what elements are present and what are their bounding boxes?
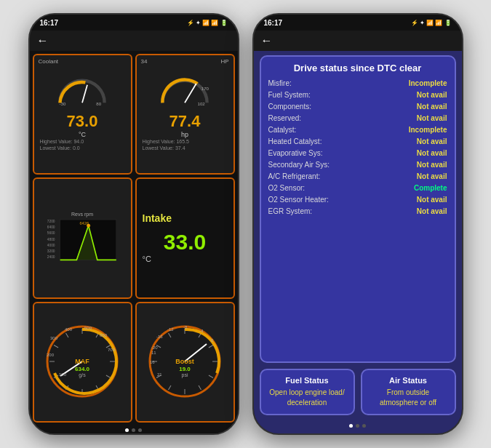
right-phone: 16:17 ⚡ ✦ 📶 📶 🔋 ← Drive status since DTC… <box>252 13 463 435</box>
air-status-title: Air Status <box>368 376 449 385</box>
hp-range-low: 34 <box>141 58 148 65</box>
svg-text:-12: -12 <box>167 327 174 332</box>
dtc-status-rows: Misfire: Incomplete Fuel System: Not ava… <box>268 78 447 217</box>
coolant-unit: °C <box>79 131 86 138</box>
right-page-dots <box>260 421 456 429</box>
right-status-icons: ⚡ ✦ 📶 📶 🔋 <box>411 20 452 26</box>
dtc-row-evaporative: Evaporative Sys: Not avail <box>268 148 447 159</box>
hp-highest: Highest Value: 165.5 <box>140 138 189 145</box>
fuel-status-button[interactable]: Fuel Status Open loop engine load/ decel… <box>260 369 355 415</box>
svg-text:700: 700 <box>108 348 116 352</box>
svg-text:300: 300 <box>50 336 58 340</box>
hp-lowest: Lowest Value: 37.4 <box>140 145 185 151</box>
maf-value: 634.0 <box>74 366 89 372</box>
dtc-bottom-buttons: Fuel Status Open loop engine load/ decel… <box>260 369 456 415</box>
dtc-row-o2-sensor-heater: O2 Sensor Heater: Not avail <box>268 194 447 206</box>
svg-text:11: 11 <box>151 351 156 355</box>
hp-value: 77.4 <box>169 112 201 131</box>
left-status-bar: 16:17 ⚡ ✦ 📶 📶 🔋 <box>30 15 238 31</box>
boost-unit: psi <box>181 372 188 378</box>
maf-unit: g/s <box>79 372 86 378</box>
right-back-arrow-icon[interactable]: ← <box>261 34 273 47</box>
left-nav-bar: ← <box>30 31 238 51</box>
right-screen: Drive status since DTC clear Misfire: In… <box>254 51 462 433</box>
hp-label: HP <box>220 58 228 65</box>
boost-value: 19.0 <box>179 366 191 372</box>
svg-text:6426: 6426 <box>79 221 89 225</box>
svg-text:-16: -16 <box>156 335 163 339</box>
coolant-semi-gauge: -30 80 <box>57 77 108 106</box>
air-status-button[interactable]: Air Status From outside atmosphere or of… <box>361 369 456 415</box>
dtc-row-misfire: Misfire: Incomplete <box>268 78 447 89</box>
coolant-highest: Highest Value: 94.0 <box>37 138 84 145</box>
svg-text:600: 600 <box>100 333 108 337</box>
svg-text:2400: 2400 <box>47 255 55 259</box>
svg-text:-20: -20 <box>151 345 158 350</box>
rpm-chart-svg: 7200 6400 5600 4800 4000 3200 2400 6426 <box>36 217 129 264</box>
maf-label: MAF <box>75 358 89 365</box>
left-screen: Coolant -30 80 73.0 °C Highest Value: 94… <box>30 51 238 433</box>
fuel-status-title: Fuel Status <box>267 376 348 385</box>
maf-gauge-svg: 100 200 300 400 500 600 700 MAF 634.0 g/… <box>44 324 121 400</box>
hp-unit: hp <box>181 131 188 138</box>
boost-gauge-svg: -20 -16 -12 -8 -4 0 21 16 11 Boost 19.0 … <box>147 324 223 400</box>
dtc-row-secondary-air: Secondary Air Sys: Not avail <box>268 159 447 171</box>
intake-gauge: Intake 33.0 °C <box>135 177 235 298</box>
svg-line-0 <box>82 85 87 103</box>
coolant-lowest: Lowest Value: 0.0 <box>37 145 80 151</box>
left-time: 16:17 <box>40 19 59 27</box>
svg-text:80: 80 <box>96 101 101 106</box>
dtc-row-components: Components: Not avail <box>268 101 447 113</box>
svg-text:-30: -30 <box>60 101 66 106</box>
svg-text:4800: 4800 <box>47 238 55 241</box>
left-phone: 16:17 ⚡ ✦ 📶 📶 🔋 ← Coolant -30 80 73.0 °C… <box>28 13 239 435</box>
svg-text:100: 100 <box>59 372 67 377</box>
back-arrow-icon[interactable]: ← <box>37 34 49 47</box>
svg-text:200: 200 <box>47 353 55 357</box>
dot-3[interactable] <box>138 428 142 432</box>
intake-label: Intake <box>140 212 172 224</box>
svg-text:21: 21 <box>157 372 162 377</box>
svg-text:3200: 3200 <box>47 249 55 253</box>
rpm-gauge: Revs rpm 7200 6400 5600 4800 4000 3200 2… <box>33 177 132 298</box>
svg-text:16: 16 <box>150 360 155 364</box>
hp-semi-gauge: 102 170 <box>159 77 210 106</box>
dtc-row-catalyst: Catalyst: Incomplete <box>268 124 447 136</box>
right-dot-1[interactable] <box>349 424 353 428</box>
maf-gauge: 100 200 300 400 500 600 700 MAF 634.0 g/… <box>33 302 132 423</box>
dot-2[interactable] <box>132 428 135 432</box>
intake-unit: °C <box>140 255 151 263</box>
svg-text:102: 102 <box>198 101 206 106</box>
left-status-icons: ⚡ ✦ 📶 📶 🔋 <box>187 20 228 26</box>
dtc-title: Drive status since DTC clear <box>268 63 447 73</box>
svg-text:-8: -8 <box>183 325 188 329</box>
coolant-value: 73.0 <box>67 112 98 131</box>
right-dot-2[interactable] <box>356 424 359 428</box>
intake-value: 33.0 <box>164 230 206 255</box>
svg-text:-4: -4 <box>199 329 204 333</box>
dtc-row-fuel-system: Fuel System: Not avail <box>268 89 447 101</box>
svg-text:5600: 5600 <box>47 232 55 236</box>
svg-text:500: 500 <box>84 326 92 330</box>
svg-text:170: 170 <box>201 86 209 91</box>
svg-text:6400: 6400 <box>47 226 55 230</box>
coolant-gauge: Coolant -30 80 73.0 °C Highest Value: 94… <box>33 54 132 175</box>
dtc-row-ac-refrigerant: A/C Refrigerant: Not avail <box>268 171 447 183</box>
dot-1[interactable] <box>125 428 129 432</box>
right-dot-3[interactable] <box>362 424 366 428</box>
dtc-row-egr-system: EGR System: Not avail <box>268 206 447 217</box>
dtc-main-panel: Drive status since DTC clear Misfire: In… <box>260 55 456 363</box>
dtc-row-o2-sensor: O2 Sensor: Complete <box>268 183 447 194</box>
air-status-value: From outside atmosphere or off <box>368 388 449 408</box>
svg-text:4000: 4000 <box>47 244 55 247</box>
dtc-row-heated-catalyst: Heated Catalyst: Not avail <box>268 136 447 148</box>
gauge-grid: Coolant -30 80 73.0 °C Highest Value: 94… <box>30 51 238 425</box>
dtc-row-reserved: Reserved: Not avail <box>268 113 447 124</box>
fuel-status-value: Open loop engine load/ deceleration <box>267 388 348 408</box>
dtc-content: Drive status since DTC clear Misfire: In… <box>254 51 462 433</box>
left-page-dots <box>30 425 238 433</box>
right-nav-bar: ← <box>254 31 462 51</box>
right-time: 16:17 <box>264 19 283 27</box>
svg-text:7200: 7200 <box>47 220 55 224</box>
boost-gauge: -20 -16 -12 -8 -4 0 21 16 11 Boost 19.0 … <box>135 302 235 423</box>
